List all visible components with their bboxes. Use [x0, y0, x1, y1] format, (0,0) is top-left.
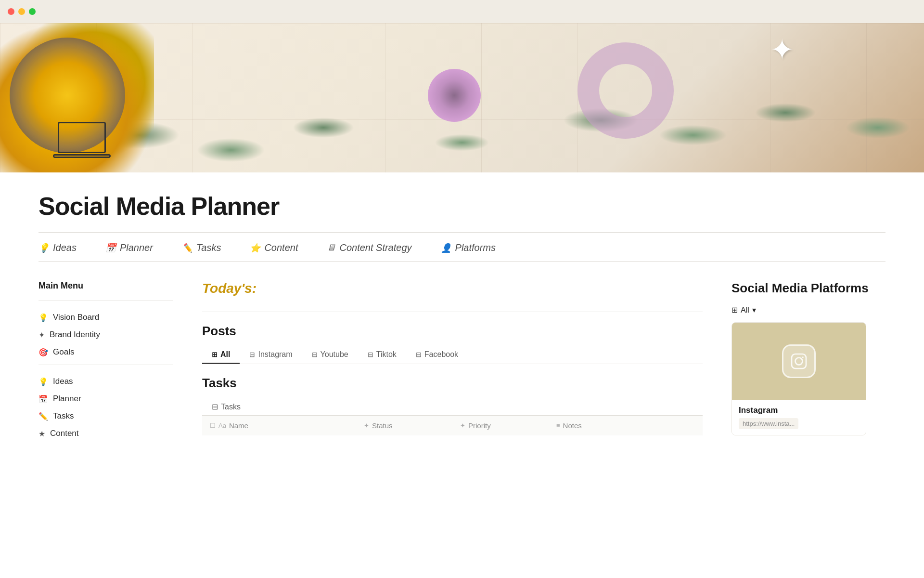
sidebar: Main Menu 💡 Vision Board ✦ Brand Identit…	[38, 281, 173, 442]
sparkle-icon: ✦	[770, 33, 794, 66]
planner-sidebar-icon: 📅	[38, 394, 48, 404]
platform-card-body: Instagram https://www.insta...	[732, 400, 866, 435]
sidebar-item-brand-identity[interactable]: ✦ Brand Identity	[38, 326, 173, 343]
tiktok-table-icon: ⊟	[368, 351, 373, 358]
tab-tasks[interactable]: ✏️ Tasks	[182, 242, 221, 253]
goals-icon: 🎯	[38, 348, 48, 357]
platform-name: Instagram	[739, 406, 859, 415]
posts-filter-tabs: ⊞ All ⊟ Instagram ⊟ Youtube ⊟ Tiktok ⊟	[202, 346, 703, 364]
youtube-table-icon: ⊟	[312, 351, 318, 358]
tasks-section-title: Tasks	[202, 376, 703, 391]
filter-tab-youtube[interactable]: ⊟ Youtube	[302, 346, 358, 364]
aa-text-icon: Aa	[218, 422, 226, 429]
sidebar-item-goals[interactable]: 🎯 Goals	[38, 343, 173, 361]
content-icon: ⭐	[250, 243, 260, 253]
platforms-icon: 👤	[441, 243, 451, 253]
filter-tab-instagram[interactable]: ⊟ Instagram	[240, 346, 302, 364]
sidebar-item-tasks[interactable]: ✏️ Tasks	[38, 407, 173, 425]
ideas-sidebar-icon: 💡	[38, 377, 48, 386]
all-grid-icon: ⊞	[212, 351, 218, 358]
tasks-icon: ✏️	[182, 243, 192, 253]
th-name: ☐ Aa Name	[202, 421, 356, 430]
filter-tab-tiktok[interactable]: ⊟ Tiktok	[358, 346, 406, 364]
tasks-section: Tasks ⊟ Tasks ☐ Aa Name ✦	[202, 376, 703, 435]
vision-board-icon: 💡	[38, 313, 48, 322]
facebook-table-icon: ⊟	[416, 351, 422, 358]
tasks-filter-tab-tasks[interactable]: ⊟ Tasks	[202, 398, 250, 415]
grid-view-icon: ⊞	[732, 305, 738, 315]
tab-platforms[interactable]: 👤 Platforms	[441, 242, 496, 253]
status-sparkle-icon: ✦	[364, 422, 369, 429]
svg-point-2	[802, 356, 804, 358]
todays-label: Today's:	[202, 281, 703, 296]
platform-card-instagram[interactable]: Instagram https://www.insta...	[732, 322, 866, 435]
platform-card-image	[732, 323, 866, 400]
chevron-down-icon: ▾	[752, 305, 756, 315]
tab-planner[interactable]: 📅 Planner	[105, 242, 153, 253]
title-bar	[0, 0, 924, 23]
ideas-icon: 💡	[38, 243, 49, 253]
all-dropdown[interactable]: ⊞ All ▾	[732, 305, 886, 315]
priority-sparkle-icon: ✦	[460, 422, 465, 429]
posts-section-title: Posts	[202, 324, 703, 339]
tasks-filter-tabs: ⊟ Tasks	[202, 398, 703, 415]
sidebar-item-planner[interactable]: 📅 Planner	[38, 390, 173, 407]
tab-content[interactable]: ⭐ Content	[250, 242, 298, 253]
maximize-button[interactable]	[29, 8, 36, 15]
notes-lines-icon: ≡	[556, 422, 560, 429]
instagram-table-icon: ⊟	[249, 351, 255, 358]
sidebar-item-vision-board[interactable]: 💡 Vision Board	[38, 309, 173, 326]
tasks-grid-icon: ⊟	[212, 402, 218, 411]
right-panel-title: Social Media Platforms	[732, 281, 886, 296]
tab-ideas[interactable]: 💡 Ideas	[38, 242, 77, 253]
close-button[interactable]	[8, 8, 14, 15]
svg-rect-0	[792, 354, 806, 368]
sidebar-item-content[interactable]: ★ Content	[38, 425, 173, 442]
platform-url[interactable]: https://www.insta...	[739, 418, 798, 429]
page-title: Social Media Planner	[38, 192, 886, 221]
checkbox-icon: ☐	[210, 422, 216, 429]
brand-identity-icon: ✦	[38, 330, 45, 340]
right-panel: Social Media Platforms ⊞ All ▾	[732, 281, 886, 442]
main-nav: 💡 Ideas 📅 Planner ✏️ Tasks ⭐ Content 🖥 C…	[38, 242, 886, 262]
content-sidebar-icon: ★	[38, 429, 45, 438]
banner: ✦	[0, 23, 924, 172]
filter-tab-facebook[interactable]: ⊟ Facebook	[406, 346, 468, 364]
laptop-icon	[53, 122, 111, 163]
th-notes: ≡ Notes	[549, 421, 703, 430]
svg-point-1	[796, 358, 803, 365]
sidebar-title: Main Menu	[38, 281, 173, 291]
tasks-sidebar-icon: ✏️	[38, 412, 48, 421]
th-status: ✦ Status	[356, 421, 452, 430]
planner-icon: 📅	[105, 243, 116, 253]
table-header: ☐ Aa Name ✦ Status ✦ Priority ≡ Notes	[202, 415, 703, 435]
instagram-logo-icon	[782, 344, 816, 378]
minimize-button[interactable]	[18, 8, 25, 15]
sidebar-item-ideas[interactable]: 💡 Ideas	[38, 373, 173, 390]
th-priority: ✦ Priority	[452, 421, 549, 430]
main-content: Today's: Posts ⊞ All ⊟ Instagram ⊟ Youtu…	[202, 281, 703, 442]
content-strategy-icon: 🖥	[327, 243, 335, 253]
filter-tab-all[interactable]: ⊞ All	[202, 346, 240, 364]
tab-content-strategy[interactable]: 🖥 Content Strategy	[327, 242, 411, 253]
